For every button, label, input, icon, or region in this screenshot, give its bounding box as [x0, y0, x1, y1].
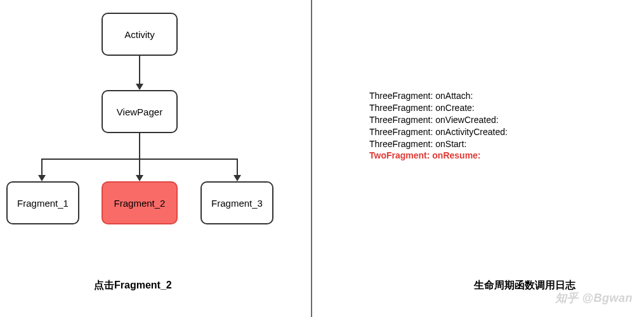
node-fragment-1-label: Fragment_1 [17, 198, 69, 209]
log-line: ThreeFragment: onViewCreated: [369, 114, 644, 126]
arrow-head-icon [38, 175, 46, 181]
arrow-line [237, 158, 238, 175]
arrow-line [139, 133, 140, 158]
node-fragment-2: Fragment_2 [102, 181, 178, 224]
node-fragment-2-label: Fragment_2 [114, 198, 166, 209]
diagram-panel: Activity ViewPager Fragment_1 Fragment_2 [0, 0, 311, 317]
node-fragment-3: Fragment_3 [200, 181, 273, 224]
node-viewpager-label: ViewPager [117, 107, 162, 117]
arrow-head-icon [136, 84, 143, 90]
log-line: TwoFragment: onResume: [369, 150, 644, 162]
log-list: ThreeFragment: onAttach:ThreeFragment: o… [369, 90, 644, 162]
arrow-line [139, 56, 140, 84]
arrow-head-icon [233, 175, 241, 181]
log-line: ThreeFragment: onStart: [369, 138, 644, 150]
node-fragment-1: Fragment_1 [6, 181, 79, 224]
log-panel: ThreeFragment: onAttach:ThreeFragment: o… [312, 0, 644, 317]
node-activity-label: Activity [124, 29, 155, 40]
caption-left: 点击Fragment_2 [94, 279, 172, 292]
arrow-line [41, 158, 43, 175]
arrow-head-icon [136, 175, 143, 181]
log-line: ThreeFragment: onAttach: [369, 90, 644, 102]
log-line: ThreeFragment: onActivityCreated: [369, 126, 644, 138]
arrow-line [139, 158, 140, 175]
node-activity: Activity [102, 13, 178, 56]
watermark: 知乎 @Bgwan [555, 290, 633, 306]
log-line: ThreeFragment: onCreate: [369, 102, 644, 114]
node-fragment-3-label: Fragment_3 [211, 198, 263, 209]
node-viewpager: ViewPager [102, 90, 178, 133]
